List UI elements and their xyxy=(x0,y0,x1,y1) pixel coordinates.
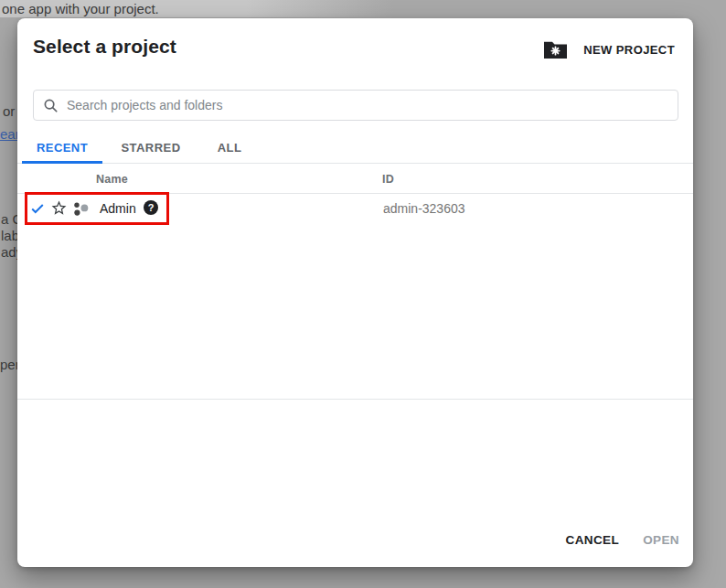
dialog-footer: CANCEL OPEN xyxy=(565,533,679,547)
open-button[interactable]: OPEN xyxy=(643,533,679,547)
cancel-button[interactable]: CANCEL xyxy=(565,533,619,547)
check-icon xyxy=(30,201,45,216)
search-box xyxy=(33,90,678,121)
search-input[interactable] xyxy=(67,98,668,112)
tab-recent[interactable]: RECENT xyxy=(22,134,102,163)
tab-all[interactable]: ALL xyxy=(206,134,253,163)
tab-starred[interactable]: STARRED xyxy=(112,134,190,163)
project-icon xyxy=(72,200,91,219)
star-toggle[interactable] xyxy=(50,199,68,219)
new-project-folder-icon xyxy=(544,40,567,59)
help-icon[interactable]: ? xyxy=(144,200,158,215)
screen: one app with your project. or ear a G la… xyxy=(0,0,726,588)
new-project-button[interactable]: NEW PROJECT xyxy=(544,40,675,59)
search-icon xyxy=(43,98,59,113)
background-text: one app with your project. xyxy=(2,1,159,16)
project-name: Admin xyxy=(100,201,136,216)
background-fragment: or xyxy=(3,103,15,119)
row-divider xyxy=(17,399,693,400)
active-tab-underline xyxy=(22,161,102,164)
new-project-label: NEW PROJECT xyxy=(583,43,675,57)
select-project-dialog: Select a project NEW PROJECT xyxy=(17,18,693,567)
table-row-admin[interactable]: Admin ? admin-323603 xyxy=(17,193,693,224)
background-header-strip: one app with your project. xyxy=(0,0,726,17)
project-id: admin-323603 xyxy=(383,201,465,216)
column-header-name: Name xyxy=(96,173,128,186)
column-header-id: ID xyxy=(382,173,394,186)
tabbar-divider xyxy=(17,163,693,164)
dialog-title: Select a project xyxy=(33,36,176,58)
